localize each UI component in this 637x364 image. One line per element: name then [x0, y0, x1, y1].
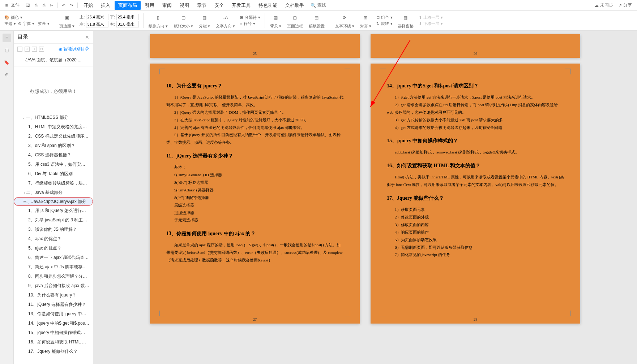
toc-item[interactable]: 7、简述 ajax 中 Js 脚本缓存问题...: [14, 262, 93, 272]
move-up-button[interactable]: ⬆ 上移一层 ▾: [419, 15, 443, 20]
tab-chapter[interactable]: 章节: [193, 1, 210, 10]
columns-button[interactable]: ▥分栏 ▾: [197, 13, 212, 29]
preview-icon[interactable]: ⎙: [40, 2, 47, 9]
cut-icon[interactable]: ✂: [48, 2, 55, 9]
add-icon[interactable]: +: [32, 47, 37, 52]
document-canvas[interactable]: 25 26 10、为什么要有 jquery？ 1）jQuery 是 JavaSc…: [93, 31, 637, 364]
doc-title[interactable]: JAVA 面试、笔试题（2020 ...: [14, 54, 93, 66]
heading-15: 15、jquery 中如何操作样式的？: [387, 138, 564, 144]
smart-toc-button[interactable]: ◉智能识别目录: [59, 46, 89, 52]
toc-item[interactable]: 2、CSS 样式定义优先级顺序是？: [14, 131, 93, 141]
outline-icon[interactable]: ≡: [3, 34, 11, 42]
tab-insert[interactable]: 插入: [97, 1, 114, 10]
text-direction-button[interactable]: ↕A文字方向 ▾: [214, 13, 237, 29]
heading-16: 16、如何设置和获取 HTML 和文本的值？: [387, 162, 564, 169]
tab-view[interactable]: 视图: [176, 1, 193, 10]
toc-section-3-highlighted[interactable]: 三、JavaScript/JQuery/Ajax 部分: [14, 197, 93, 206]
bookmark-icon[interactable]: 🔖: [3, 58, 11, 67]
unsync-status[interactable]: ☁未同步: [592, 2, 615, 8]
page-number: 27: [253, 317, 257, 321]
align-button[interactable]: ⊞对齐 ▾: [358, 13, 373, 29]
toc-item[interactable]: 5、用 css3 语法中，如何实现一...: [14, 160, 93, 169]
page-26[interactable]: 26: [371, 34, 580, 58]
tab-reference[interactable]: 引用: [141, 1, 158, 10]
body-text: 2）jQuery 强大的选择器封装了 DOM，操作网页元素更简单了。: [166, 109, 343, 116]
collapse-all-icon[interactable]: −: [17, 47, 22, 52]
toc-item[interactable]: 7、行级标签转块级标签，块级标...: [14, 178, 93, 188]
toc-item[interactable]: 16、如何设置和获取 HTML 和文...: [14, 337, 93, 347]
orientation-button[interactable]: ▯纸张方向 ▾: [146, 13, 170, 29]
toc-item[interactable]: 15、jquery 中如何操作样式的？: [14, 328, 93, 337]
toc-item[interactable]: 3、div 和 span 的区别？: [14, 141, 93, 150]
toc-item[interactable]: 8、同步和异步怎么理解？分别在...: [14, 272, 93, 281]
search-bar[interactable]: 🔍查找: [308, 2, 328, 8]
tab-page-layout[interactable]: 页面布局: [115, 1, 141, 10]
toc-item[interactable]: 2、列举 javaScript 的 3 种主要数...: [14, 215, 93, 225]
tab-security[interactable]: 安全: [211, 1, 227, 10]
body-text: 7）简化常见的 javascript 的任务: [387, 251, 564, 259]
toc-section-1[interactable]: 一、HTML&CSS 部分: [14, 113, 93, 122]
undo-icon[interactable]: ↶: [60, 2, 67, 9]
margin-top-input[interactable]: [86, 14, 108, 20]
theme-group: 🎨 颜色 ▾ 主题 ▾ ⊙字体 ▾ 效果 ▾: [3, 15, 51, 26]
toc-item[interactable]: 4、ajax 的优点？: [14, 234, 93, 243]
draft-button[interactable]: ▤稿纸设置: [307, 13, 327, 29]
toc-item[interactable]: 3、谈谈你的 JS 的理解？: [14, 225, 93, 234]
close-icon[interactable]: ✕: [85, 34, 89, 40]
toc-list[interactable]: 一、HTML&CSS 部分 1、HTML 中定义表格的宽度用 8... 2、CS…: [14, 113, 93, 364]
toc-item[interactable]: 11、jQuery 选择器有多少种？: [14, 300, 93, 309]
expand-icon[interactable]: ▫: [25, 47, 30, 52]
toc-item[interactable]: 14、jquery 中的$.get 和$.post ...: [14, 318, 93, 328]
tab-start[interactable]: 开始: [80, 1, 97, 10]
toc-item[interactable]: 5、ajax 的优点？: [14, 243, 93, 253]
toc-item[interactable]: 6、Div 与 Table 的区别: [14, 169, 93, 178]
group-button[interactable]: ⊡ 组合 ▾: [376, 15, 393, 20]
margin-values: 上: 下: 左: 右:: [78, 14, 140, 27]
text-wrap-button[interactable]: ⟳文字环绕 ▾: [333, 13, 356, 29]
toc-section-2[interactable]: 二、Java 基础部分: [14, 188, 93, 197]
file-menu[interactable]: 文件: [11, 2, 20, 8]
tab-assistant[interactable]: 文档助手: [282, 1, 308, 10]
print-icon[interactable]: ⎙: [32, 2, 39, 9]
margin-bottom-input[interactable]: [116, 14, 139, 20]
toc-item[interactable]: 10、为什么要有 jquery？: [14, 290, 93, 300]
page-28[interactable]: 14、jquery 中的$.get 和$.post 请求区别？ 1）$.get …: [371, 64, 580, 324]
separator: [57, 3, 58, 8]
page-25[interactable]: 25: [150, 34, 360, 58]
thumbnail-icon[interactable]: ▢: [3, 46, 11, 55]
selection-pane-button[interactable]: ▦选择窗格: [396, 13, 416, 29]
toc-item[interactable]: 13、你是如何使用 jquery 中的 aj...: [14, 309, 93, 318]
toc-item[interactable]: 17、Jquery 能做些什么？: [14, 347, 93, 356]
separator: [22, 3, 22, 8]
tab-dev[interactable]: 开发工具: [228, 1, 254, 10]
toc-item[interactable]: 9、java 后台如何接收 ajax 数据...: [14, 281, 93, 290]
margins-button[interactable]: ▣页边距 ▾: [57, 13, 77, 29]
margin-left-input[interactable]: [86, 21, 108, 27]
theme-color[interactable]: 🎨 颜色 ▾: [4, 15, 50, 20]
move-down-button[interactable]: ⬇ 下移一层 ▾: [419, 21, 443, 26]
tab-feature[interactable]: 特色功能: [255, 1, 281, 10]
body-text: 1）$.get 方法使用 get 方法来进行一步请求，$.post 是使用 po…: [387, 94, 564, 101]
toc-item[interactable]: 1、用 js 和 jQuery 怎么进行表单...: [14, 206, 93, 215]
margin-right-input[interactable]: [116, 21, 139, 27]
hamburger-icon[interactable]: ≡: [3, 2, 10, 9]
save-icon[interactable]: 🖫: [24, 2, 31, 9]
rotate-button[interactable]: ↻ 旋转 ▾: [376, 21, 393, 26]
body-text: 2）修改页面的外观: [387, 213, 564, 221]
paper-size-button[interactable]: ▢纸张大小 ▾: [172, 13, 195, 29]
redo-icon[interactable]: ↷: [68, 2, 75, 9]
tab-review[interactable]: 审阅: [159, 1, 175, 10]
share-button[interactable]: ↗分享: [616, 2, 634, 8]
line-breaks-group: ⊟ 分隔符 ▾ ≡ 行号 ▾: [239, 15, 262, 26]
background-button[interactable]: ▨背景 ▾: [268, 13, 283, 29]
toc-item[interactable]: 4、CSS 选择器包括？: [14, 150, 93, 160]
page-27[interactable]: 10、为什么要有 jquery？ 1）jQuery 是 JavaScript 的…: [150, 64, 360, 324]
more-icon[interactable]: □: [39, 47, 44, 52]
breaks-button[interactable]: ⊟ 分隔符 ▾: [240, 15, 260, 20]
theme-main[interactable]: 主题 ▾ ⊙字体 ▾ 效果 ▾: [4, 21, 50, 26]
page-border-button[interactable]: ▢页面边框: [285, 13, 305, 29]
toc-item[interactable]: 1、HTML 中定义表格的宽度用 8...: [14, 122, 93, 131]
zoom-icon[interactable]: ⊕: [3, 70, 11, 79]
toc-item[interactable]: 6、简述一下 ajax 调试代码查找...: [14, 253, 93, 262]
lineno-button[interactable]: ≡ 行号 ▾: [240, 21, 260, 26]
